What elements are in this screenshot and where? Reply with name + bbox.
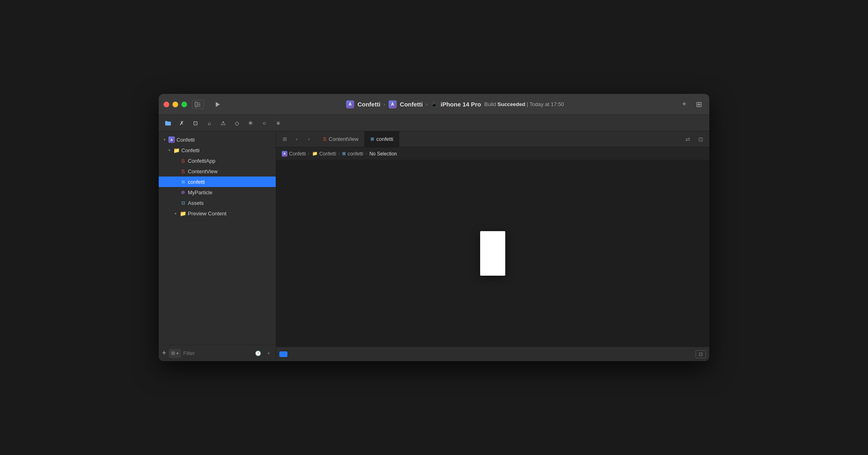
layout-toggle-button[interactable]: ⊞ — [693, 100, 704, 109]
assets-icon: ⊡ — [180, 200, 186, 206]
breadcrumb-bar: A Confetti › 📁 Confetti › ⊞ confetti › N… — [276, 147, 709, 160]
add-group-button[interactable]: + — [264, 349, 273, 358]
breadcrumb-confetti-folder[interactable]: 📁 Confetti — [312, 151, 336, 157]
xcode-window: A Confetti › A Confetti › 📱 iPhone 14 Pr… — [159, 94, 709, 361]
sidebar-item-confetti-root[interactable]: A Confetti — [159, 134, 276, 145]
traffic-lights — [164, 102, 187, 107]
image-tab-icon: ⊞ — [370, 136, 374, 142]
sidebar-tree: A Confetti 📁 Confetti S ConfettiApp — [159, 131, 276, 345]
bottom-right: ⊡ — [696, 350, 706, 358]
editor-area: ⊞ ‹ › S ContentView ⊞ confetti ⇄ — [276, 131, 709, 361]
sidebar-label-contentview: ContentView — [188, 168, 217, 174]
tabs: S ContentView ⊞ confetti — [317, 131, 679, 147]
filter-input[interactable] — [183, 349, 251, 358]
breadcrumb-app-icon: A — [282, 151, 287, 157]
breadcrumb-sep-3: › — [366, 151, 367, 156]
sidebar-item-myparticle[interactable]: ⊛ MyParticle — [159, 187, 276, 198]
sidebar-label-confetti-file: confetti — [188, 179, 205, 185]
main-content: A Confetti 📁 Confetti S ConfettiApp — [159, 131, 709, 361]
sidebar-label-preview-content: Preview Content — [188, 210, 226, 217]
sidebar-item-confettiapp[interactable]: S ConfettiApp — [159, 155, 276, 166]
sidebar-toggle-button[interactable] — [192, 100, 204, 109]
breadcrumb-confetti-root[interactable]: A Confetti — [282, 151, 306, 157]
tab-back-button[interactable]: ‹ — [291, 134, 302, 145]
progress-indicator — [279, 351, 287, 357]
toolbar-x-btn[interactable]: ✗ — [176, 118, 188, 128]
close-button[interactable] — [164, 102, 169, 107]
sidebar-label-confettiapp: ConfettiApp — [188, 158, 215, 164]
breadcrumb-no-selection: No Selection — [369, 151, 397, 157]
breadcrumb-sep-2: › — [338, 151, 340, 156]
sidebar: A Confetti 📁 Confetti S ConfettiApp — [159, 131, 276, 361]
breadcrumb-file-label: confetti — [347, 151, 363, 157]
sidebar-label-assets: Assets — [188, 200, 204, 206]
breadcrumb-image-icon: ⊞ — [342, 151, 346, 156]
sidebar-item-assets[interactable]: ⊡ Assets — [159, 198, 276, 208]
particle-icon: ⊛ — [180, 189, 186, 196]
folder-icon-confetti: 📁 — [173, 147, 180, 153]
sidebar-label-confetti-root: Confetti — [177, 137, 195, 143]
toolbar-folder-btn[interactable] — [162, 118, 174, 128]
title-right: + ⊞ — [679, 100, 704, 109]
svg-rect-0 — [195, 102, 197, 107]
tab-forward-button[interactable]: › — [304, 134, 314, 145]
inspector-button[interactable]: ⊡ — [696, 134, 706, 145]
sidebar-footer: + ⊟ ▾ 🕐 + — [159, 345, 276, 361]
app-title: Confetti — [357, 101, 381, 108]
app-icon: A — [346, 100, 354, 108]
swift-icon-contentview: S — [180, 168, 186, 174]
chevron-confetti-folder — [167, 148, 172, 153]
confetti-icon-small: A — [389, 100, 397, 108]
filter-chevron: ▾ — [177, 351, 179, 355]
minimize-button[interactable] — [172, 102, 178, 107]
chevron-confetti-root — [162, 137, 167, 142]
preview-area — [276, 160, 709, 347]
folder-icon-preview: 📁 — [180, 210, 186, 217]
filter-dropdown-button[interactable]: ⊟ ▾ — [169, 349, 181, 358]
sidebar-label-myparticle: MyParticle — [188, 189, 213, 196]
breadcrumb-confetti-file[interactable]: ⊞ confetti — [342, 151, 363, 157]
toolbar-warning-btn[interactable]: ⚠ — [217, 118, 229, 128]
device-icon: 📱 — [431, 101, 437, 107]
bottom-inspector-toggle[interactable]: ⊡ — [696, 350, 706, 358]
sidebar-item-preview-content[interactable]: 📁 Preview Content — [159, 208, 276, 219]
breadcrumb-folder-label: Confetti — [319, 151, 336, 157]
tab-nav-grid-button[interactable]: ⊞ — [279, 134, 290, 145]
device-name: iPhone 14 Pro — [440, 101, 481, 108]
breadcrumb-last-label: No Selection — [369, 151, 397, 157]
bottom-bar: ⊡ — [276, 347, 709, 361]
toolbar-rect-btn[interactable]: ⊡ — [189, 118, 202, 128]
toolbar: ✗ ⊡ ⌕ ⚠ ◇ ✳ ○ ≡ — [159, 115, 709, 131]
sidebar-item-confetti-file[interactable]: ⊞ confetti — [159, 176, 276, 187]
tab-confetti[interactable]: ⊞ confetti — [365, 131, 400, 147]
breadcrumb-confetti-label: Confetti — [289, 151, 306, 157]
maximize-button[interactable] — [181, 102, 187, 107]
recent-files-button[interactable]: 🕐 — [254, 349, 263, 358]
toolbar-diamond-btn[interactable]: ◇ — [231, 118, 243, 128]
sidebar-item-contentview[interactable]: S ContentView — [159, 166, 276, 176]
toolbar-lines-btn[interactable]: ≡ — [272, 118, 284, 128]
chevron-preview-content — [173, 211, 178, 216]
toolbar-asterisk-btn[interactable]: ✳ — [245, 118, 257, 128]
sidebar-label-confetti-folder: Confetti — [181, 147, 200, 153]
sidebar-item-confetti-folder[interactable]: 📁 Confetti — [159, 145, 276, 155]
toolbar-search-btn[interactable]: ⌕ — [203, 118, 215, 128]
tab-navigation: ⊞ ‹ › — [276, 134, 317, 145]
add-button[interactable]: + — [679, 100, 690, 109]
swift-icon-confettiapp: S — [180, 157, 186, 164]
tab-right-controls: ⇄ ⊡ — [679, 134, 709, 145]
app-icon-tree: A — [168, 136, 175, 143]
image-icon-confetti: ⊞ — [180, 179, 186, 185]
breadcrumb-sep-1: › — [308, 151, 309, 156]
title-bar: A Confetti › A Confetti › 📱 iPhone 14 Pr… — [159, 94, 709, 115]
breadcrumb-folder-icon: 📁 — [312, 151, 318, 156]
split-view-button[interactable]: ⇄ — [683, 134, 693, 145]
tab-bar: ⊞ ‹ › S ContentView ⊞ confetti ⇄ — [276, 131, 709, 147]
tab-contentview[interactable]: S ContentView — [317, 131, 365, 147]
run-button[interactable] — [212, 99, 223, 110]
filter-icon: ⊟ — [171, 351, 175, 356]
toolbar-circle-btn[interactable]: ○ — [258, 118, 270, 128]
phone-preview — [480, 231, 505, 276]
swift-tab-icon: S — [323, 136, 326, 142]
add-file-button[interactable]: + — [162, 349, 166, 358]
